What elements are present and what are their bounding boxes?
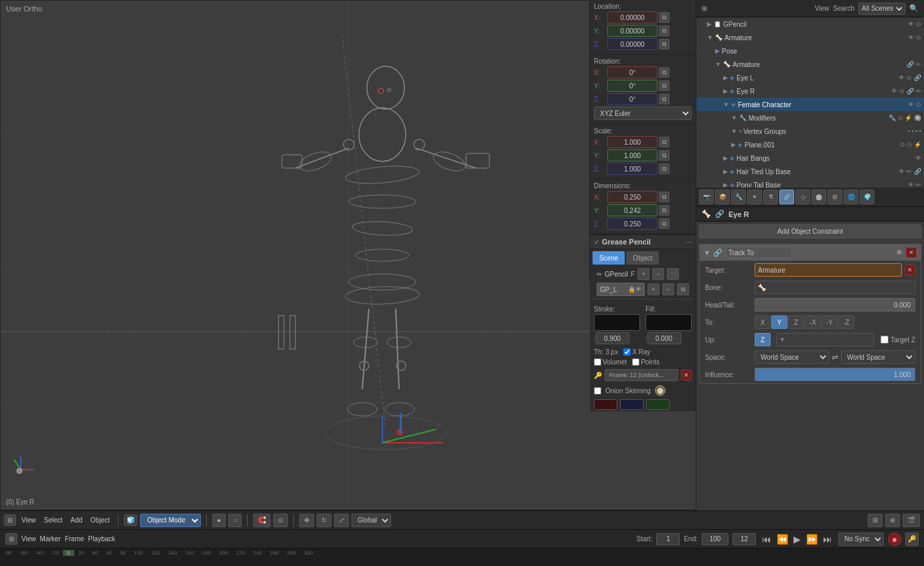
- loc-y-input[interactable]: [607, 25, 658, 37]
- gp-layer-options[interactable]: ⧉: [677, 283, 689, 295]
- dim-y-copy[interactable]: ⧉: [659, 205, 670, 216]
- eye-gpencil[interactable]: 👁: [908, 21, 914, 27]
- global-select[interactable]: Global: [352, 514, 391, 527]
- target-z-checkbox[interactable]: [880, 336, 889, 344]
- constraint-name-input[interactable]: [725, 246, 792, 259]
- nav-icon[interactable]: ⊞: [4, 514, 16, 526]
- scale-y-input[interactable]: [607, 149, 658, 161]
- onion-color[interactable]: ⬤: [655, 385, 666, 396]
- dim-x-input[interactable]: [607, 191, 658, 203]
- dim-x-copy[interactable]: ⧉: [659, 192, 670, 202]
- points-checkbox[interactable]: [632, 358, 639, 366]
- outliner-search-icon[interactable]: 🔍: [909, 4, 919, 13]
- edit-eyeright[interactable]: ✏: [916, 88, 921, 94]
- gp-options2[interactable]: ⋯: [667, 268, 679, 280]
- to-z-btn[interactable]: Z: [788, 315, 804, 329]
- to-y-btn[interactable]: Y: [771, 315, 787, 329]
- link-armature[interactable]: 🔗: [907, 61, 914, 68]
- eye-hb[interactable]: 👁: [915, 155, 921, 161]
- render-eyeright[interactable]: ⊙: [899, 88, 905, 94]
- space-to-select[interactable]: World Space: [841, 350, 915, 364]
- to-x-btn[interactable]: X: [755, 315, 771, 329]
- c-tab-data[interactable]: ◇: [795, 190, 810, 204]
- search-menu[interactable]: Search: [833, 5, 854, 12]
- loc-z-input[interactable]: [607, 38, 658, 50]
- object-menu-btn[interactable]: Object: [88, 515, 112, 525]
- loc-z-copy[interactable]: ⧉: [659, 39, 670, 50]
- step-back-btn[interactable]: ⏪: [775, 534, 790, 545]
- viewport-shading-wire[interactable]: ○: [228, 514, 242, 527]
- render-armature[interactable]: ⊙: [916, 34, 921, 41]
- render-gpencil[interactable]: ⊙: [916, 21, 921, 27]
- viewport-shading-solid[interactable]: ●: [212, 514, 226, 527]
- gp-lock[interactable]: 🔒: [628, 286, 635, 293]
- gp-layer-bar[interactable]: GP_L 🔒 👁: [597, 283, 645, 296]
- outliner-item-pose[interactable]: ▶ Pose: [696, 44, 924, 58]
- c-tab-particles[interactable]: ✦: [747, 190, 762, 204]
- rot-x-input[interactable]: [607, 66, 658, 78]
- fill-color-swatch[interactable]: [645, 314, 692, 331]
- outliner-item-hair-tiedup[interactable]: ▶ ◈ Hair Tied Up Base 👁 ✏ 🔗: [696, 165, 924, 178]
- onion-swatch3[interactable]: [646, 399, 670, 410]
- sync-select[interactable]: No Sync: [838, 533, 884, 546]
- link-eyeright[interactable]: 🔗: [907, 88, 914, 94]
- snap-btn[interactable]: 🧲: [253, 514, 271, 527]
- link-eyeleft[interactable]: 🔗: [914, 74, 921, 81]
- c-tab-constraints[interactable]: 🔗: [779, 190, 794, 204]
- select-menu-btn[interactable]: Select: [42, 515, 66, 525]
- step-fwd-btn[interactable]: ⏩: [804, 534, 820, 545]
- to-neg-x-btn[interactable]: -X: [805, 315, 821, 329]
- rot-x-copy[interactable]: ⧉: [659, 67, 670, 78]
- play-btn[interactable]: ▶: [791, 534, 803, 545]
- gizmo-btn[interactable]: ⊕: [885, 514, 900, 527]
- eye-eyeright[interactable]: 👁: [891, 88, 897, 94]
- record-button[interactable]: ●: [888, 533, 901, 546]
- view-timeline-btn[interactable]: View: [21, 535, 36, 543]
- gp-add[interactable]: +: [637, 268, 649, 280]
- onion-swatch1[interactable]: [594, 399, 617, 410]
- view-menu-btn[interactable]: View: [19, 515, 39, 525]
- frame-btn[interactable]: Frame: [65, 535, 84, 543]
- c-tab-material[interactable]: ⬤: [812, 190, 826, 204]
- transform-grab[interactable]: ✥: [299, 514, 314, 527]
- eye-female[interactable]: 👁: [908, 101, 914, 108]
- start-input[interactable]: [656, 533, 680, 545]
- target-clear-btn[interactable]: ✕: [905, 265, 915, 275]
- outliner-item-vertex-groups[interactable]: ▼ ▪ Vertex Groups • • • •: [696, 125, 924, 138]
- render-female[interactable]: ⊙: [916, 101, 921, 108]
- constraint-visibility[interactable]: 👁: [896, 249, 903, 257]
- eye-pt[interactable]: 👁: [908, 182, 914, 188]
- loc-x-input[interactable]: [607, 11, 658, 23]
- render-eyeleft[interactable]: ⊙: [907, 74, 912, 81]
- jump-end-btn[interactable]: ⏭: [821, 534, 834, 545]
- dim-y-input[interactable]: [607, 204, 658, 216]
- scale-z-copy[interactable]: ⧉: [659, 163, 670, 174]
- outliner-item-armature[interactable]: ▼ 🦴 Armature 👁 ⊙: [696, 31, 924, 44]
- outliner-item-eyeleft[interactable]: ▶ ◈ Eye L 👁 ⊙ 🔗: [696, 71, 924, 84]
- object-tab[interactable]: Object: [626, 251, 659, 265]
- rot-y-copy[interactable]: ⧉: [659, 80, 670, 91]
- marker-btn[interactable]: Marker: [40, 535, 61, 543]
- outliner-item-female-character[interactable]: ▼ ◈ Female Character 👁 ⊙: [696, 98, 924, 111]
- to-neg-y-btn[interactable]: -Y: [822, 315, 838, 329]
- outliner-item-gpencil[interactable]: ▶ 📋 GPencil 👁 ⊙: [696, 17, 924, 31]
- edit-armature[interactable]: ✏: [916, 61, 921, 68]
- target-input[interactable]: [755, 263, 902, 277]
- add-constraint-button[interactable]: Add Object Constraint: [699, 224, 921, 238]
- c-tab-physics[interactable]: ⚗: [763, 190, 778, 204]
- rot-y-input[interactable]: [607, 80, 658, 92]
- to-neg-z-btn[interactable]: -Z: [838, 315, 854, 329]
- frame-unlock-btn[interactable]: Frame: 12 (Unlock...: [605, 369, 678, 381]
- rot-z-copy[interactable]: ⧉: [659, 94, 670, 104]
- c-tab-render[interactable]: 📷: [699, 190, 714, 204]
- influence-bar[interactable]: 1.000: [755, 368, 915, 381]
- end-input[interactable]: [702, 533, 728, 545]
- jump-start-btn[interactable]: ⏮: [760, 534, 773, 545]
- gp-layer-add[interactable]: +: [647, 283, 660, 295]
- stroke-color-swatch[interactable]: [594, 314, 640, 331]
- scale-z-input[interactable]: [607, 163, 658, 175]
- add-menu-btn[interactable]: Add: [68, 515, 85, 525]
- loc-x-copy[interactable]: ⧉: [659, 12, 670, 23]
- transform-scale[interactable]: ⤢: [334, 514, 349, 527]
- gp-eye[interactable]: 👁: [635, 286, 641, 293]
